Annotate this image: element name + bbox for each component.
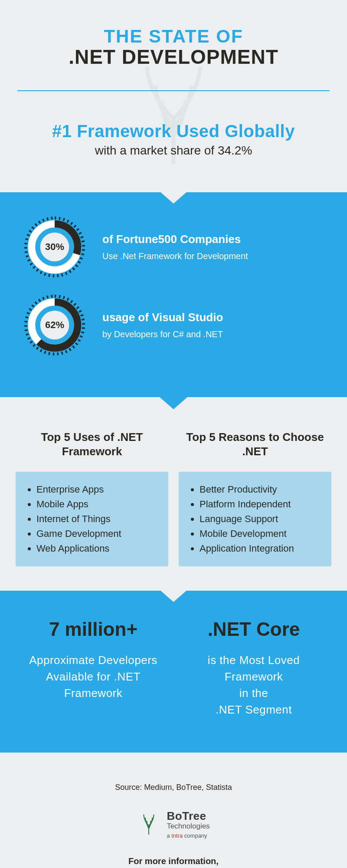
subheadline-title: #1 Framework Used Globally <box>17 122 330 141</box>
list-item: Better Productivity <box>200 482 321 497</box>
logo-sub-text: Technologies <box>167 822 210 831</box>
list-heading-reasons: Top 5 Reasons to Choose .NET <box>179 430 331 461</box>
stat-sub: Use .Net Framework for Development <box>102 251 248 261</box>
list-item: Game Development <box>36 526 158 541</box>
list-item: Platform Independent <box>200 497 321 512</box>
fact-headline: .NET Core <box>178 618 330 640</box>
footer: Source: Medium, BoTree, Statista <box>0 753 347 868</box>
stat-row: 62% usage of Visual Studio by Developers… <box>24 295 323 355</box>
source-text: Source: Medium, BoTree, Statista <box>17 783 330 792</box>
list-box-reasons: Better Productivity Platform Independent… <box>179 472 331 566</box>
list-heading-uses: Top 5 Uses of .NET Framework <box>16 430 168 461</box>
stat-row: 30% of Fortune500 Companies Use .Net Fra… <box>24 217 323 277</box>
subheadline-sub: with a market share of 34.2% <box>17 144 330 158</box>
list-item: Language Support <box>200 512 321 526</box>
donut-value: 62% <box>45 319 64 331</box>
fact-text: is the Most Loved Framework in the .NET … <box>178 652 330 718</box>
facts-band: 7 million+ Approximate Developers Availa… <box>0 591 347 753</box>
fact-headline: 7 million+ <box>17 618 169 640</box>
logo-tagline: a tntra company <box>167 832 210 839</box>
header: THE STATE OF .NET DEVELOPMENT <box>0 0 347 82</box>
logo-main-text: BoTree <box>167 809 206 822</box>
list-item: Application Integration <box>200 541 321 556</box>
more-info-text: For more information, <box>17 856 330 866</box>
list-box-uses: Enterprise Apps Mobile Apps Internet of … <box>16 472 168 566</box>
list-item: Mobile Development <box>200 526 321 541</box>
stat-title: of Fortune500 Companies <box>102 233 248 246</box>
fact-text: Approximate Developers Available for .NE… <box>17 652 169 701</box>
list-item: Web Applications <box>36 541 158 556</box>
notch-icon <box>160 191 187 204</box>
logo: BoTree Technologies a tntra company <box>17 809 330 839</box>
notch-icon <box>160 397 187 409</box>
botree-logo-icon <box>137 812 160 836</box>
lists-section: Top 5 Uses of .NET Framework Enterprise … <box>0 397 347 591</box>
list-item: Internet of Things <box>36 512 158 526</box>
donut-chart: 30% <box>24 217 85 277</box>
donut-value: 30% <box>45 241 64 253</box>
stats-band: 30% of Fortune500 Companies Use .Net Fra… <box>0 192 347 397</box>
stat-sub: by Developers for C# and .NET <box>102 329 223 339</box>
list-item: Mobile Apps <box>36 497 158 512</box>
list-item: Enterprise Apps <box>36 482 158 497</box>
stat-title: usage of Visual Studio <box>102 311 223 324</box>
notch-icon <box>160 590 187 602</box>
donut-chart: 62% <box>24 295 85 355</box>
